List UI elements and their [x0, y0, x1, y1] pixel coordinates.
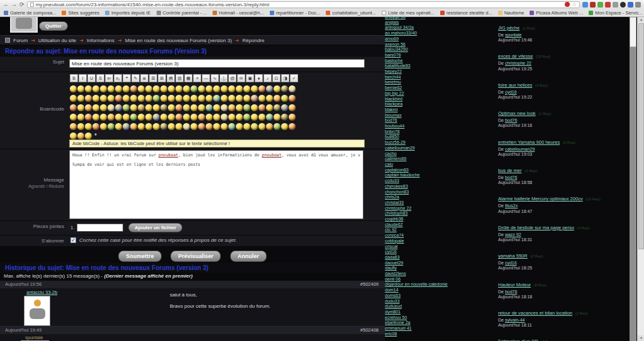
sidebar-scrollbar-thumb[interactable] — [630, 17, 636, 47]
smiley-icon[interactable] — [251, 114, 258, 121]
smiley-icon[interactable] — [100, 95, 107, 102]
smiley-icon[interactable] — [258, 114, 265, 121]
smiley-icon[interactable] — [108, 95, 114, 102]
bbcode-button[interactable]: ✎ — [131, 74, 140, 82]
post-title-link[interactable]: yamaha 550R — [498, 253, 528, 259]
bookmark-item[interactable]: Importés depuis IE — [105, 10, 151, 16]
smiley-icon[interactable] — [191, 85, 197, 92]
member-link[interactable]: corsica74 — [385, 233, 486, 239]
smiley-icon[interactable] — [123, 85, 130, 92]
smiley-icon[interactable] — [266, 104, 273, 111]
smiley-icon[interactable] — [115, 85, 122, 92]
message2-user-link[interactable]: spuntale — [25, 335, 43, 340]
scroll-down-icon[interactable]: ▼ — [638, 335, 644, 341]
smiley-icon[interactable] — [92, 95, 99, 102]
inline-link[interactable]: pneuboat — [158, 153, 178, 158]
post-author-link[interactable]: sylvain-44 — [505, 318, 525, 322]
smiley-icon[interactable] — [221, 85, 228, 92]
smiley-icon[interactable] — [130, 123, 137, 130]
breadcrumb-item[interactable]: Informations — [87, 38, 114, 43]
smiley-icon[interactable] — [138, 114, 145, 121]
smiley-icon[interactable] — [77, 114, 84, 121]
smiley-icon[interactable] — [77, 95, 84, 102]
smiley-icon[interactable] — [251, 123, 258, 130]
bbcode-button[interactable]: ⊡ — [272, 74, 280, 82]
member-link[interactable]: beretmu — [385, 80, 486, 85]
bbcode-button[interactable]: ❝ — [123, 74, 131, 82]
bookmark-item[interactable]: Sites suggérés — [62, 10, 99, 16]
member-link[interactable]: dym801 — [385, 310, 486, 315]
smiley-icon[interactable] — [183, 104, 190, 111]
member-link[interactable]: calimero69 — [385, 156, 486, 162]
smiley-icon[interactable] — [108, 114, 114, 121]
smiley-icon[interactable] — [251, 95, 258, 102]
smiley-icon[interactable] — [153, 104, 160, 111]
smiley-icon[interactable] — [70, 85, 77, 92]
member-link[interactable]: blackpea — [385, 102, 486, 107]
smiley-icon[interactable] — [160, 85, 167, 92]
smiley-icon[interactable] — [198, 123, 205, 130]
attachment-input[interactable] — [77, 224, 123, 232]
post-author-link[interactable]: christophe 22 — [505, 61, 531, 65]
scroll-up-icon[interactable]: ▲ — [638, 17, 644, 23]
post-author-link[interactable]: bod76 — [505, 290, 517, 294]
subject-input[interactable] — [69, 59, 365, 68]
member-link[interactable]: captain bauduche — [385, 173, 486, 178]
quit-button[interactable]: Quitter — [39, 21, 68, 31]
eco-extension-icon[interactable] — [597, 2, 603, 8]
adblock-extension-icon[interactable] — [605, 2, 611, 8]
address-bar[interactable]: my.pneuboat.com/forum/23-informations/41… — [27, 1, 580, 8]
smiley-icon[interactable] — [251, 104, 258, 111]
smiley-icon[interactable] — [236, 95, 243, 102]
smiley-icon[interactable] — [130, 95, 137, 102]
smiley-icon[interactable] — [281, 123, 288, 130]
post-title-link[interactable]: exces de vitesse — [498, 53, 533, 59]
smiley-icon[interactable] — [160, 114, 167, 121]
smiley-icon[interactable] — [289, 114, 296, 121]
smiley-icon[interactable] — [243, 95, 250, 102]
smiley-icon[interactable] — [213, 104, 220, 111]
member-link[interactable]: daufly — [385, 266, 486, 271]
post-title-link[interactable]: bus de mer — [498, 168, 522, 173]
bookmark-item[interactable]: Contrôle parental - ... — [157, 10, 207, 16]
bbcode-button[interactable]: ≣ — [140, 74, 148, 82]
bbcode-button[interactable]: ♪ — [264, 74, 272, 82]
member-link[interactable]: dom14 — [385, 288, 486, 293]
smiley-icon[interactable] — [153, 95, 160, 102]
smiley-icon[interactable] — [77, 133, 84, 139]
member-link[interactable]: christoph83 — [385, 211, 486, 217]
wrench-icon[interactable] — [635, 2, 641, 8]
bbcode-button[interactable]: ▤ — [167, 74, 175, 82]
smiley-icon[interactable] — [236, 104, 243, 111]
smiley-icon[interactable] — [108, 85, 114, 92]
member-link[interactable]: ecrehou 50 — [385, 315, 486, 321]
member-link[interactable]: andygu 33 — [385, 14, 486, 20]
smiley-icon[interactable] — [281, 104, 288, 111]
smiley-icon[interactable] — [175, 95, 182, 102]
member-link[interactable]: criscat — [385, 244, 486, 250]
smiley-icon[interactable] — [138, 123, 145, 130]
smiley-icon[interactable] — [123, 95, 130, 102]
bbcode-button[interactable]: ☰ — [149, 74, 157, 82]
member-link[interactable]: coqdrb38 — [385, 217, 486, 222]
smiley-icon[interactable] — [191, 104, 197, 111]
url-text[interactable]: my.pneuboat.com/forum/23-informations/41… — [36, 2, 563, 8]
member-link[interactable]: blackbird — [385, 97, 486, 102]
resize-links[interactable]: Agrandir / Réduire — [0, 184, 64, 188]
post-title-link[interactable]: Alarme batterie Mercury optimaux 200cv — [498, 196, 583, 202]
submit-button[interactable]: Soumettre — [118, 251, 162, 262]
member-link[interactable]: emmanuel 41 — [385, 326, 486, 332]
post-title-link[interactable]: Optimax new look — [498, 111, 536, 116]
smiley-icon[interactable] — [115, 95, 122, 102]
smiley-icon[interactable] — [85, 123, 92, 130]
member-link[interactable]: denti 06 — [385, 277, 486, 283]
member-link[interactable]: daouet29 — [385, 261, 486, 266]
smiley-icon[interactable] — [160, 95, 167, 102]
post-title-link[interactable]: foire aux helices — [498, 82, 532, 88]
bbcode-button[interactable]: S — [96, 74, 104, 82]
bbcode-button[interactable]: x₂ — [114, 74, 122, 82]
member-link[interactable]: anglais — [385, 20, 486, 26]
smiley-icon[interactable] — [266, 85, 273, 92]
smiley-icon[interactable] — [168, 104, 175, 111]
smiley-icon[interactable] — [206, 95, 213, 102]
